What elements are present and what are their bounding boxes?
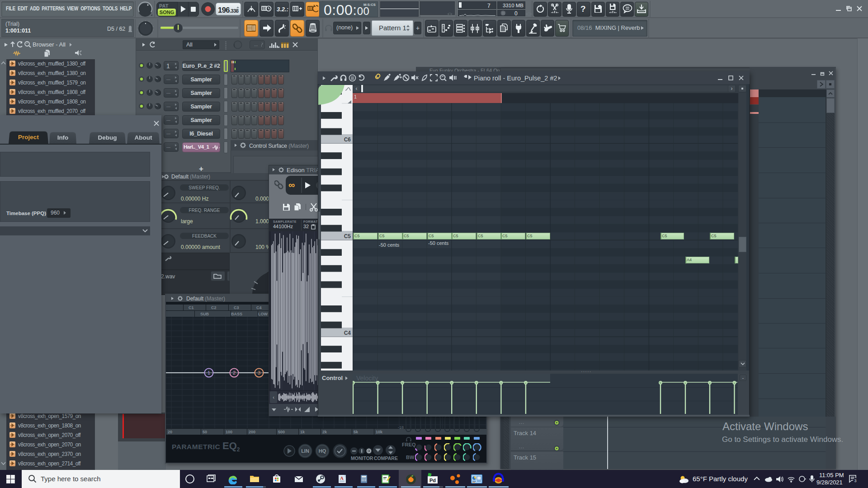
- svg-text:2: 2: [233, 370, 236, 375]
- svg-text:C6: C6: [344, 136, 351, 143]
- svg-text:HQ: HQ: [319, 448, 326, 454]
- svg-text:3: 3: [258, 370, 260, 375]
- svg-text:C4: C4: [344, 330, 351, 336]
- svg-text:A: A: [340, 475, 344, 481]
- svg-text:C5: C5: [344, 233, 351, 239]
- svg-text:1: 1: [208, 370, 210, 375]
- svg-text:3: 3: [854, 479, 856, 483]
- svg-text:Pd: Pd: [429, 478, 436, 483]
- svg-text:LIN: LIN: [301, 448, 309, 454]
